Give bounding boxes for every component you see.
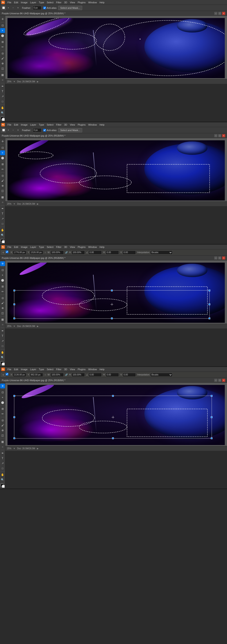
tool-gradient-4[interactable]: ▦ <box>0 439 5 444</box>
menu-plugins-2[interactable]: Plugins <box>78 124 86 126</box>
menu-filter-3[interactable]: Filter <box>56 246 61 248</box>
tool-move-1[interactable]: ✛ <box>0 17 5 22</box>
menu-filter[interactable]: Filter <box>56 1 61 4</box>
tool-brush-3[interactable]: 🖌 <box>0 300 5 306</box>
tool-shape-4[interactable]: □ <box>0 466 5 471</box>
tool-type-2[interactable]: T <box>0 211 5 216</box>
antialias-label[interactable]: Anti-alias <box>43 6 57 9</box>
tf-x-input[interactable] <box>13 250 26 254</box>
tf-rot-input-4[interactable] <box>89 373 102 377</box>
menu-view-4[interactable]: View <box>70 368 75 371</box>
menu-type-3[interactable]: Type <box>39 246 44 248</box>
menu-edit-2[interactable]: Edit <box>14 124 18 126</box>
tf-x-input-4[interactable] <box>13 373 26 377</box>
tool-clone-1[interactable]: ⊕ <box>0 61 5 66</box>
tool-clone-2[interactable]: ⊕ <box>0 183 5 188</box>
menu-help[interactable]: Help <box>100 1 105 4</box>
tool-hand-2[interactable]: ✋ <box>0 228 5 232</box>
antialias-checkbox-2[interactable] <box>43 129 46 132</box>
menu-window-4[interactable]: Window <box>88 368 97 371</box>
menu-layer-3[interactable]: Layer <box>30 246 36 248</box>
menu-view-2[interactable]: View <box>70 124 75 126</box>
tool-quick-select-2[interactable]: ⬤ <box>0 156 5 160</box>
tool-heal-4[interactable]: ◎ <box>0 418 5 423</box>
fg-bg-colors-2[interactable] <box>1 239 5 243</box>
menu-plugins-3[interactable]: Plugins <box>78 246 86 248</box>
tool-pen-2[interactable]: ✒ <box>0 206 5 211</box>
menu-3d-4[interactable]: 3D <box>64 368 67 371</box>
tool-brush-1[interactable]: 🖌 <box>0 56 5 61</box>
tool-quick-select-3[interactable]: ⬤ <box>0 278 5 282</box>
fg-bg-colors-3[interactable] <box>1 362 5 365</box>
tool-lasso-2[interactable]: ⌖ <box>0 150 5 155</box>
tf-h-input-4[interactable] <box>72 373 85 377</box>
tool-rect-select-4[interactable]: ⊡ <box>0 390 5 395</box>
menu-file[interactable]: File <box>8 1 12 4</box>
menu-layer[interactable]: Layer <box>30 1 36 4</box>
lasso-int-2[interactable]: × <box>16 128 20 132</box>
tool-clone-4[interactable]: ⊕ <box>0 428 5 433</box>
menu-edit-3[interactable]: Edit <box>14 246 18 248</box>
lasso-new-2[interactable]: ⬜ <box>1 128 6 132</box>
tool-eraser-3[interactable]: ◫ <box>0 311 5 316</box>
tf-hskew-input-4[interactable] <box>106 373 119 377</box>
window-close-4[interactable]: × <box>222 379 225 382</box>
feather-input[interactable] <box>33 6 42 10</box>
tool-zoom-4[interactable]: 🔍 <box>0 477 5 482</box>
menu-filter-4[interactable]: Filter <box>56 368 61 371</box>
menu-view[interactable]: View <box>70 1 75 4</box>
tool-zoom-2[interactable]: 🔍 <box>0 233 5 238</box>
tool-zoom-3[interactable]: 🔍 <box>0 355 5 360</box>
menu-layer-4[interactable]: Layer <box>30 368 36 371</box>
tool-dodge-2[interactable]: ○ <box>0 200 5 205</box>
menu-select[interactable]: Select <box>47 1 54 4</box>
tool-shape-2[interactable]: □ <box>0 221 5 226</box>
tool-shape-1[interactable]: □ <box>0 99 5 104</box>
tf-hskew-input[interactable] <box>106 250 119 254</box>
tool-gradient-1[interactable]: ▦ <box>0 72 5 77</box>
window-minimize-1[interactable]: – <box>214 12 217 15</box>
tool-shape-3[interactable]: □ <box>0 344 5 348</box>
menu-help-2[interactable]: Help <box>100 124 105 126</box>
menu-help-3[interactable]: Help <box>100 246 105 248</box>
menu-type[interactable]: Type <box>39 1 44 4</box>
tf-y-input-4[interactable] <box>30 373 43 377</box>
menu-image-2[interactable]: Image <box>21 124 28 126</box>
tool-clone-3[interactable]: ⊕ <box>0 306 5 310</box>
menu-file-3[interactable]: File <box>8 246 12 248</box>
lasso-intersect[interactable]: × <box>16 6 20 10</box>
window-maximize-2[interactable]: □ <box>218 134 221 137</box>
tool-hand-3[interactable]: ✋ <box>0 350 5 355</box>
tf-rot-input[interactable] <box>89 250 102 254</box>
tool-eyedropper-4[interactable]: ✏ <box>0 412 5 416</box>
tool-move-2[interactable]: ✛ <box>0 139 5 144</box>
lasso-sub-2[interactable]: − <box>11 128 15 132</box>
menu-file-4[interactable]: File <box>8 368 12 371</box>
menu-3d-3[interactable]: 3D <box>64 246 67 248</box>
window-maximize-4[interactable]: □ <box>218 379 221 382</box>
tf-h-input[interactable] <box>72 250 85 254</box>
tool-dodge-1[interactable]: ○ <box>0 78 5 82</box>
menu-3d-2[interactable]: 3D <box>64 124 67 126</box>
tf-toggle-btn[interactable]: ⊡ <box>1 250 5 254</box>
tool-pathsel-2[interactable]: ↗ <box>0 216 5 221</box>
tool-crop-1[interactable]: ⊞ <box>0 40 5 44</box>
tool-heal-3[interactable]: ◎ <box>0 296 5 300</box>
window-minimize-4[interactable]: – <box>214 379 217 382</box>
menu-window[interactable]: Window <box>88 1 97 4</box>
tool-pen-3[interactable]: ✒ <box>0 328 5 333</box>
menu-type-4[interactable]: Type <box>39 368 44 371</box>
tool-hand-1[interactable]: ✋ <box>0 106 5 110</box>
tool-zoom-1[interactable]: 🔍 <box>0 110 5 115</box>
menu-3d[interactable]: 3D <box>64 1 67 4</box>
tool-dodge-3[interactable]: ○ <box>0 322 5 327</box>
menu-window-3[interactable]: Window <box>88 246 97 248</box>
tool-crop-3[interactable]: ⊞ <box>0 284 5 289</box>
menu-select-2[interactable]: Select <box>47 124 54 126</box>
window-minimize-3[interactable]: – <box>214 256 217 260</box>
menu-window-2[interactable]: Window <box>88 124 97 126</box>
lasso-add-2[interactable]: + <box>6 128 11 132</box>
tool-eraser-4[interactable]: ◫ <box>0 433 5 438</box>
tool-pathsel-1[interactable]: ↗ <box>0 94 5 99</box>
tool-eyedropper-2[interactable]: ✏ <box>0 167 5 172</box>
